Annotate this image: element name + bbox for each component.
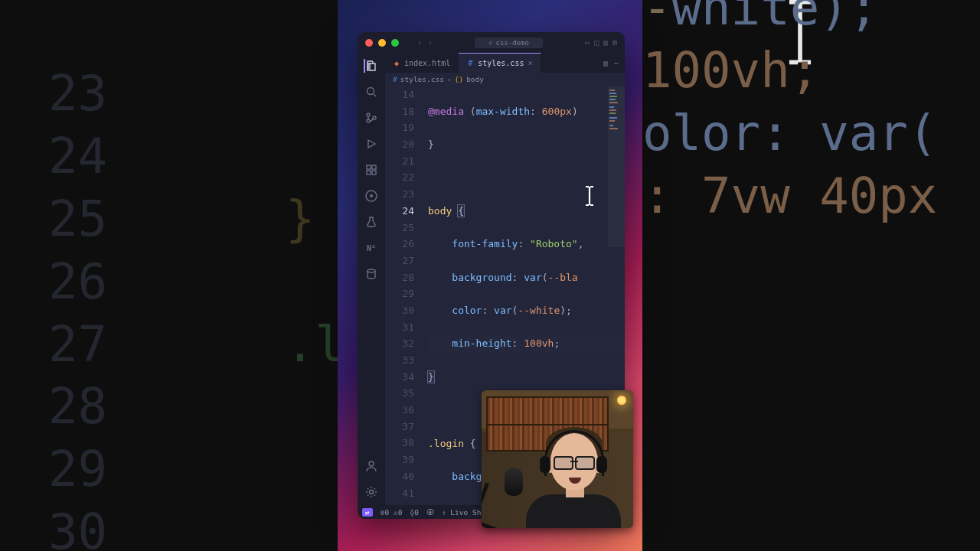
tab-index-html[interactable]: ◆ index.html bbox=[385, 53, 459, 73]
microphone-icon bbox=[482, 468, 528, 528]
extensions-icon[interactable] bbox=[364, 163, 378, 177]
background-zoom-right: -white); 100vh; olor: var( : 7vw 40px bbox=[642, 0, 980, 551]
svg-rect-4 bbox=[367, 165, 371, 169]
command-center[interactable]: ⌕ css-demo bbox=[475, 37, 543, 48]
text-cursor-icon bbox=[581, 184, 598, 207]
layout-sidebar-icon[interactable]: ◫ bbox=[594, 38, 599, 47]
breadcrumb[interactable]: # styles.css › {} body bbox=[385, 73, 625, 86]
window-controls[interactable] bbox=[365, 39, 399, 47]
search-icon[interactable] bbox=[364, 85, 378, 99]
tab-label: index.html bbox=[404, 59, 450, 67]
gear-icon[interactable] bbox=[364, 485, 378, 499]
chevron-right-icon: › bbox=[447, 75, 452, 83]
editor-tabs: ◆ index.html # styles.css × ▥ ⋯ bbox=[385, 53, 625, 73]
database-icon[interactable] bbox=[364, 267, 378, 281]
svg-rect-7 bbox=[372, 171, 376, 174]
layout-customize-icon[interactable]: ⊞ bbox=[612, 38, 617, 47]
source-control-icon[interactable] bbox=[364, 111, 378, 125]
breadcrumb-symbol: body bbox=[466, 75, 484, 83]
svg-rect-5 bbox=[372, 165, 376, 169]
live-share-icon: ⇪ bbox=[442, 508, 446, 517]
tab-styles-css[interactable]: # styles.css × bbox=[459, 53, 541, 73]
testing-icon[interactable] bbox=[364, 215, 378, 229]
presenter-avatar bbox=[515, 422, 630, 528]
svg-point-2 bbox=[367, 119, 370, 122]
window-titlebar[interactable]: ‹ › ⌕ css-demo ▭ ◫ ▥ ⊞ bbox=[358, 32, 625, 53]
maximize-window-button[interactable] bbox=[391, 39, 399, 47]
run-debug-icon[interactable] bbox=[364, 137, 378, 151]
close-window-button[interactable] bbox=[365, 39, 373, 47]
close-tab-icon[interactable]: × bbox=[528, 58, 533, 68]
nav-forward-icon[interactable]: › bbox=[428, 38, 433, 47]
activity-bar: N² bbox=[358, 53, 385, 505]
github-icon[interactable] bbox=[364, 189, 378, 203]
svg-point-9 bbox=[370, 194, 373, 197]
n2-icon[interactable]: N² bbox=[364, 241, 378, 255]
remote-indicator[interactable]: ⇄ bbox=[362, 508, 373, 517]
explorer-icon[interactable] bbox=[364, 59, 377, 73]
line-number-gutter: 14 18 19 20 21 22 23 24 25 26 27 28 29 3… bbox=[385, 86, 422, 501]
search-text: css-demo bbox=[496, 39, 529, 47]
nav-back-icon[interactable]: ‹ bbox=[417, 38, 422, 47]
search-icon: ⌕ bbox=[488, 39, 492, 47]
problems-status[interactable]: ⊘0 ⚠0 bbox=[381, 508, 403, 517]
more-actions-icon[interactable]: ⋯ bbox=[614, 59, 619, 67]
split-editor-icon[interactable]: ▥ bbox=[603, 59, 608, 67]
css-file-icon: # bbox=[393, 75, 397, 83]
svg-point-0 bbox=[368, 88, 374, 95]
tab-label: styles.css bbox=[478, 59, 524, 67]
svg-point-10 bbox=[368, 269, 375, 272]
html-file-icon: ◆ bbox=[393, 59, 400, 67]
svg-point-12 bbox=[370, 491, 374, 494]
symbol-icon: {} bbox=[455, 75, 463, 83]
webcam-overlay bbox=[482, 390, 633, 528]
account-icon[interactable] bbox=[364, 459, 378, 473]
svg-point-1 bbox=[367, 113, 370, 116]
minimize-window-button[interactable] bbox=[378, 39, 386, 47]
nav-arrows[interactable]: ‹ › bbox=[417, 38, 433, 47]
layout-panel-icon[interactable]: ▭ bbox=[585, 38, 590, 47]
svg-point-11 bbox=[369, 461, 374, 466]
svg-rect-6 bbox=[367, 171, 371, 174]
ports-status[interactable]: ⟠0 bbox=[410, 508, 418, 517]
css-file-icon: # bbox=[466, 60, 474, 67]
radio-icon[interactable]: ⦿ bbox=[426, 508, 434, 517]
breadcrumb-file: styles.css bbox=[400, 75, 444, 83]
layout-split-icon[interactable]: ▥ bbox=[603, 38, 608, 47]
